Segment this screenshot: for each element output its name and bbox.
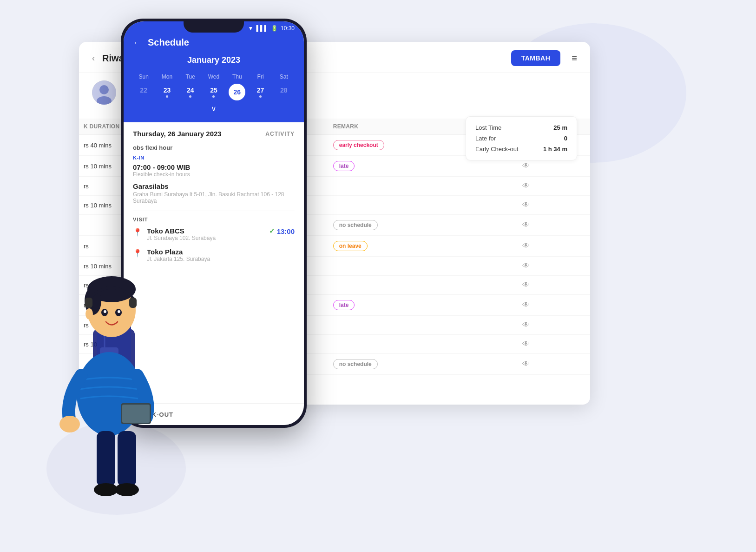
calendar-day[interactable]: 23 bbox=[156, 84, 177, 100]
phone-nav: ← Schedule bbox=[124, 33, 304, 55]
svg-rect-21 bbox=[97, 431, 115, 487]
eye-icon[interactable]: 👁 bbox=[522, 182, 530, 190]
cell-aksi: 👁 bbox=[518, 354, 590, 375]
calendar-dot bbox=[166, 95, 168, 98]
location-name: Garasilabs bbox=[133, 182, 295, 190]
remark-badge: late bbox=[333, 161, 355, 171]
cell-aksi: 👁 bbox=[518, 295, 590, 316]
calendar-day-name: Mon bbox=[156, 72, 177, 82]
cell-aksi: 👁 bbox=[518, 335, 590, 354]
calendar-day[interactable]: 24 bbox=[180, 84, 201, 100]
eye-icon[interactable]: 👁 bbox=[522, 321, 530, 329]
calendar-day[interactable]: 22 bbox=[133, 84, 154, 100]
calendar-dot bbox=[259, 95, 262, 98]
cell-remark: no schedule bbox=[329, 354, 518, 375]
calendar-day-name: Thu bbox=[226, 72, 248, 82]
remark-badge: late bbox=[333, 300, 355, 310]
cell-aksi: 👁 bbox=[518, 215, 590, 236]
phone-screen-title: Schedule bbox=[148, 37, 189, 48]
cell-aksi: 👁 bbox=[518, 257, 590, 276]
remark-badge: on leave bbox=[333, 241, 368, 251]
calendar-dot bbox=[189, 95, 191, 98]
check-icon: ✓ bbox=[269, 227, 275, 235]
calendar-day-name: Fri bbox=[250, 72, 271, 82]
calendar-day[interactable]: 27 bbox=[250, 84, 271, 100]
schedule-time-sub: Flexible check-in hours bbox=[133, 171, 295, 178]
tambah-button[interactable]: TAMBAH bbox=[511, 50, 561, 66]
svg-point-1 bbox=[99, 85, 109, 94]
eye-icon[interactable]: 👁 bbox=[522, 262, 530, 270]
wifi-icon: ▼ bbox=[248, 25, 254, 32]
remark-badge: no schedule bbox=[333, 359, 378, 369]
svg-point-15 bbox=[85, 308, 93, 319]
cell-aksi: 👁 bbox=[518, 177, 590, 196]
calendar-day-name: Wed bbox=[203, 72, 224, 82]
cell-remark bbox=[329, 177, 518, 196]
cell-remark bbox=[329, 335, 518, 354]
calendar-grid: SunMonTueWedThuFriSat22232425262728 bbox=[133, 72, 295, 100]
late-for-row: Late for 0 bbox=[475, 135, 567, 142]
early-checkout-row: Early Check-out 1 h 34 m bbox=[475, 146, 567, 153]
cell-aksi: 👁 bbox=[518, 276, 590, 295]
eye-icon[interactable]: 👁 bbox=[522, 201, 530, 209]
cell-remark: no schedule bbox=[329, 215, 518, 236]
calendar-day[interactable]: 25 bbox=[203, 84, 224, 100]
eye-icon[interactable]: 👁 bbox=[522, 221, 530, 229]
calendar-dot bbox=[212, 95, 215, 98]
filter-icon[interactable]: ≡ bbox=[572, 53, 577, 64]
cell-remark bbox=[329, 316, 518, 335]
cell-remark bbox=[329, 276, 518, 295]
svg-point-14 bbox=[118, 310, 120, 313]
svg-rect-22 bbox=[118, 431, 136, 487]
back-button[interactable]: ‹ bbox=[92, 53, 95, 63]
battery-icon: 🔋 bbox=[271, 25, 278, 32]
schedule-date-row: Thursday, 26 January 2023 ACTIVITY bbox=[133, 130, 295, 138]
eye-icon[interactable]: 👁 bbox=[522, 301, 530, 309]
calendar-day-name: Tue bbox=[180, 72, 201, 82]
phone-header: ▼ ▌▌▌ 🔋 10:30 ← Schedule January 2023 Su… bbox=[124, 21, 304, 122]
cell-aksi: 👁 bbox=[518, 316, 590, 335]
eye-icon[interactable]: 👁 bbox=[522, 281, 530, 289]
svg-rect-20 bbox=[122, 405, 150, 423]
phone-notch bbox=[184, 19, 244, 33]
calendar-day[interactable]: 26 bbox=[229, 84, 245, 100]
cell-remark bbox=[329, 196, 518, 215]
phone-back-button[interactable]: ← bbox=[133, 37, 142, 48]
section-title: obs flexi hour bbox=[133, 144, 295, 151]
checkin-label: K-IN bbox=[133, 155, 295, 160]
signal-icon: ▌▌▌ bbox=[256, 25, 268, 32]
cell-remark: on leave bbox=[329, 236, 518, 257]
schedule-time: 07:00 - 09:00 WIB bbox=[133, 163, 295, 171]
status-time: 10:30 bbox=[281, 25, 295, 32]
schedule-date: Thursday, 26 January 2023 bbox=[133, 130, 222, 138]
calendar-day[interactable]: 28 bbox=[273, 84, 295, 100]
eye-icon[interactable]: 👁 bbox=[522, 360, 530, 368]
svg-point-13 bbox=[104, 310, 106, 313]
activity-label: ACTIVITY bbox=[265, 131, 295, 137]
remark-badge: early checkout bbox=[333, 140, 384, 150]
svg-rect-16 bbox=[85, 298, 92, 308]
calendar-chevron[interactable]: ∨ bbox=[133, 100, 295, 113]
svg-point-23 bbox=[94, 483, 118, 496]
lost-time-row: Lost Time 25 m bbox=[475, 124, 567, 131]
cell-remark bbox=[329, 257, 518, 276]
avatar bbox=[92, 80, 116, 105]
cell-aksi: 👁 bbox=[518, 196, 590, 215]
calendar-day-name: Sat bbox=[273, 72, 295, 82]
phone-calendar: January 2023 SunMonTueWedThuFriSat222324… bbox=[124, 55, 304, 122]
eye-icon[interactable]: 👁 bbox=[522, 242, 530, 250]
cell-aksi: 👁 bbox=[518, 236, 590, 257]
cell-remark: late bbox=[329, 295, 518, 316]
svg-point-24 bbox=[115, 483, 139, 496]
eye-icon[interactable]: 👁 bbox=[522, 340, 530, 348]
calendar-month: January 2023 bbox=[133, 55, 295, 65]
info-panel: Lost Time 25 m Late for 0 Early Check-ou… bbox=[466, 116, 577, 160]
calendar-day-name: Sun bbox=[133, 72, 154, 82]
visit-time: ✓ 13:00 bbox=[269, 227, 295, 235]
svg-rect-17 bbox=[129, 298, 137, 308]
eye-icon[interactable]: 👁 bbox=[522, 162, 530, 170]
character-illustration bbox=[28, 199, 177, 524]
svg-point-18 bbox=[59, 416, 80, 432]
remark-badge: no schedule bbox=[333, 220, 378, 230]
